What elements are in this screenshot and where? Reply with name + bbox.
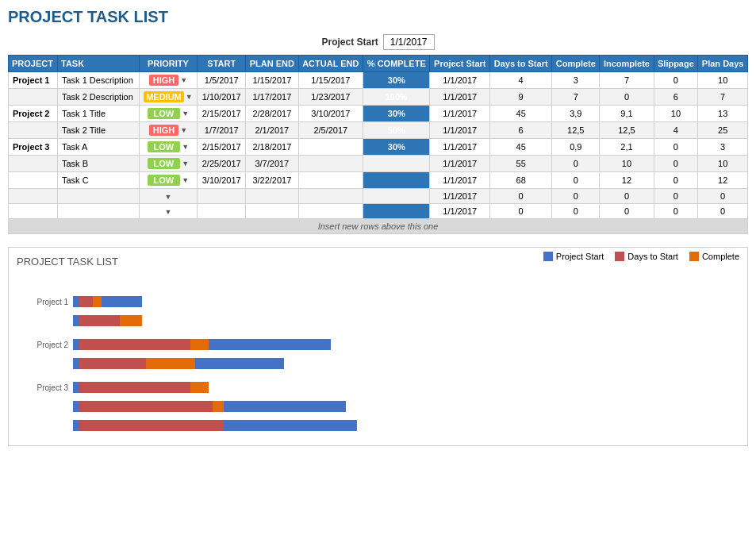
priority-dropdown-arrow[interactable]: ▼: [186, 93, 193, 101]
priority-dropdown-arrow[interactable]: ▼: [164, 208, 171, 216]
cell-actualEnd: 2/5/2017: [298, 122, 363, 139]
cell-slippage: 6: [654, 89, 698, 106]
project-start-value[interactable]: 1/1/2017: [383, 34, 435, 50]
legend-label: Days to Start: [627, 252, 678, 261]
bar-project-start-spacer: [73, 296, 79, 307]
cell-planDays: 0: [698, 189, 748, 204]
bar-project-start-end: [224, 401, 346, 412]
bar-days-to-start: [79, 420, 224, 431]
cell-incomplete: 2,1: [600, 139, 654, 156]
cell-planDays: 25: [698, 122, 748, 139]
cell-planDays: 10: [698, 72, 748, 89]
bar-complete: [93, 296, 102, 307]
cell-project: [9, 122, 58, 139]
cell-planEnd: 2/18/2017: [246, 139, 298, 156]
cell-percent-complete: [363, 156, 430, 172]
cell-start: [198, 189, 246, 204]
cell-complete: 0: [552, 172, 600, 189]
priority-dropdown-arrow[interactable]: ▼: [180, 76, 187, 84]
cell-incomplete: 0: [600, 189, 654, 204]
cell-actualEnd: [298, 189, 363, 204]
priority-dropdown-arrow[interactable]: ▼: [180, 126, 187, 134]
bar-days-to-start: [79, 382, 190, 393]
priority-dropdown-arrow[interactable]: ▼: [182, 110, 189, 117]
cell-start: 1/5/2017: [198, 72, 246, 89]
cell-planDays: 13: [698, 106, 748, 122]
table-row: Task 2 DescriptionMEDIUM▼1/10/20171/17/2…: [9, 89, 748, 106]
col-header-percent-complete: % COMPLETE: [363, 56, 430, 72]
priority-badge: LOW: [148, 141, 181, 152]
col-header-priority: PRIORITY: [139, 56, 198, 72]
cell-incomplete: 9,1: [600, 106, 654, 122]
bar-container: [73, 358, 284, 369]
cell-priority: MEDIUM▼: [139, 89, 198, 106]
cell-priority: LOW▼: [139, 172, 198, 189]
cell-project: Project 2: [9, 106, 58, 122]
cell-task: Task B: [57, 156, 139, 172]
cell-task: [57, 189, 139, 204]
cell-actualEnd: [298, 139, 363, 156]
cell-planDays: 12: [698, 172, 748, 189]
chart-row: Project 2: [17, 337, 739, 352]
cell-planDays: 7: [698, 89, 748, 106]
cell-complete: 3,9: [552, 106, 600, 122]
priority-dropdown-arrow[interactable]: ▼: [182, 143, 189, 151]
priority-dropdown-arrow[interactable]: ▼: [182, 160, 189, 167]
cell-actualEnd: 1/23/2017: [298, 89, 363, 106]
cell-slippage: 0: [654, 139, 698, 156]
cell-projectStart: 1/1/2017: [430, 122, 490, 139]
cell-percent-complete: 30%: [363, 139, 430, 156]
chart-legend: Project StartDays to StartComplete: [543, 252, 739, 261]
cell-daysToStart: 4: [490, 72, 552, 89]
bar-container: [73, 401, 346, 412]
cell-start: 3/10/2017: [198, 172, 246, 189]
cell-task: Task 1 Title: [57, 106, 139, 122]
chart-title: PROJECT TASK LIST: [17, 256, 118, 268]
insert-row-label: Insert new rows above this one: [9, 219, 748, 234]
cell-percent-complete: [363, 172, 430, 189]
cell-slippage: 0: [654, 172, 698, 189]
insert-row: Insert new rows above this one: [9, 219, 748, 234]
cell-percent-complete: [363, 204, 430, 219]
cell-daysToStart: 45: [490, 106, 552, 122]
priority-badge: MEDIUM: [144, 91, 184, 102]
cell-project: [9, 204, 58, 219]
cell-actualEnd: [298, 156, 363, 172]
cell-incomplete: 12,5: [600, 122, 654, 139]
bar-container: [73, 382, 209, 393]
priority-dropdown-arrow[interactable]: ▼: [182, 176, 189, 184]
cell-projectStart: 1/1/2017: [430, 89, 490, 106]
cell-incomplete: 12: [600, 172, 654, 189]
table-row: Task BLOW▼2/25/20173/7/20171/1/201755010…: [9, 156, 748, 172]
bar-days-to-start: [79, 296, 93, 307]
col-header-actual-end: ACTUAL END: [298, 56, 363, 72]
legend-item: Complete: [689, 252, 739, 261]
chart-section: PROJECT TASK LIST Project StartDays to S…: [8, 247, 748, 446]
chart-area: Project 1Project 2Project 3: [17, 295, 739, 433]
cell-start: 2/15/2017: [198, 106, 246, 122]
cell-start: 2/25/2017: [198, 156, 246, 172]
cell-projectStart: 1/1/2017: [430, 72, 490, 89]
bar-complete: [213, 401, 224, 412]
chart-row: [17, 399, 739, 414]
cell-complete: 0: [552, 156, 600, 172]
col-header-days-to-start: Days to Start: [490, 56, 552, 72]
cell-percent-complete: 30%: [363, 106, 430, 122]
col-header-slippage: Slippage: [654, 56, 698, 72]
bar-project-start-spacer: [73, 420, 79, 431]
bar-complete: [190, 382, 208, 393]
priority-badge: LOW: [148, 158, 181, 169]
bar-project-start-spacer: [73, 339, 79, 350]
cell-daysToStart: 0: [490, 189, 552, 204]
table-row: Project 3Task ALOW▼2/15/20172/18/201730%…: [9, 139, 748, 156]
bar-project-start-end: [224, 420, 357, 431]
cell-projectStart: 1/1/2017: [430, 106, 490, 122]
cell-slippage: 4: [654, 122, 698, 139]
table-row: Project 1Task 1 DescriptionHIGH▼1/5/2017…: [9, 72, 748, 89]
priority-dropdown-arrow[interactable]: ▼: [164, 193, 171, 201]
cell-planEnd: 3/7/2017: [246, 156, 298, 172]
chart-row: Project 3: [17, 380, 739, 395]
bar-days-to-start: [79, 358, 146, 369]
bar-project-start-spacer: [73, 382, 79, 393]
cell-actualEnd: 1/15/2017: [298, 72, 363, 89]
